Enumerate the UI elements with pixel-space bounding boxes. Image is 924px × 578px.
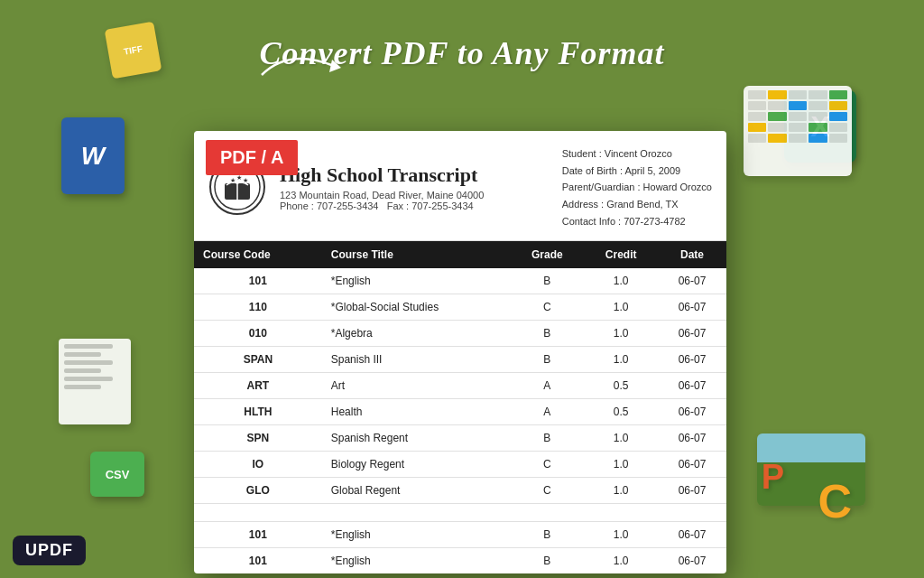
cal-cell (808, 123, 827, 132)
cell-title: *Global-Social Studies (322, 294, 511, 321)
svg-text:★: ★ (243, 177, 248, 183)
cal-cell (808, 90, 827, 99)
cal-cell (808, 112, 827, 121)
cell-title: Spanish Regent (322, 425, 511, 452)
updf-logo: UPDF (13, 536, 86, 565)
cell-date: 06-07 (658, 268, 726, 294)
cell-grade: C (510, 294, 584, 321)
cell-credit: 1.0 (584, 548, 658, 573)
cell-grade: B (510, 321, 584, 347)
cal-cell (768, 90, 786, 99)
cell-credit: 1.0 (584, 478, 658, 504)
cal-cell (789, 101, 807, 110)
calendar-grid (748, 90, 847, 143)
cal-cell (748, 90, 766, 99)
cell-title: *English (322, 268, 511, 294)
cell-date: 06-07 (658, 425, 726, 452)
table-row: GLO Global Regent C 1.0 06-07 (194, 478, 726, 504)
table-row: 101 *English B 1.0 06-07 (194, 548, 726, 573)
deco-line (64, 377, 113, 381)
cal-cell (789, 112, 807, 121)
cal-cell (829, 101, 847, 110)
cell-credit: 1.0 (584, 425, 658, 452)
tiff-badge: TIFF (105, 22, 162, 79)
deco-line (64, 352, 101, 357)
header-grade: Grade (510, 241, 584, 268)
document-title: High School Transcript (280, 163, 484, 187)
deco-line (64, 385, 101, 389)
cell-title: Global Regent (322, 478, 511, 504)
cell-date: 06-07 (658, 548, 726, 573)
cell-date: 06-07 (658, 478, 726, 504)
cell-title: Health (322, 399, 511, 425)
header-date: Date (658, 241, 726, 268)
table-row: 101 *English B 1.0 06-07 (194, 522, 726, 548)
cell-grade: C (510, 478, 584, 504)
cal-cell (748, 112, 766, 121)
cell-grade: A (510, 399, 584, 425)
cell-credit: 0.5 (584, 373, 658, 399)
cell-grade: C (510, 452, 584, 478)
student-info: Student : Vincent Orozco Date of Birth :… (562, 145, 712, 229)
school-address: 123 Mountain Road, Dead River, Maine 040… (280, 190, 484, 211)
cell-title: *Algebra (322, 321, 511, 347)
cell-code: SPAN (194, 347, 322, 373)
cal-cell (808, 134, 827, 143)
header-course-code: Course Code (194, 241, 322, 268)
document-title-area: High School Transcript 123 Mountain Road… (280, 163, 484, 211)
cal-cell (829, 134, 847, 143)
word-icon (61, 117, 125, 194)
svg-text:★: ★ (230, 177, 236, 183)
cell-grade: B (510, 347, 584, 373)
header-course-title: Course Title (322, 241, 511, 268)
c-icon: C (818, 474, 852, 528)
csv-badge: CSV (90, 452, 144, 497)
document-container: ★ ★ ★ High School Transcript 123 Mountai… (194, 131, 726, 573)
cal-cell (768, 134, 786, 143)
student-name: Student : Vincent Orozco (562, 145, 712, 163)
cell-code: 110 (194, 294, 322, 321)
cell-credit: 0.5 (584, 399, 658, 425)
cell-credit: 1.0 (584, 522, 658, 548)
fax-line: Fax : 707-255-3434 (387, 200, 474, 211)
table-row: HLTH Health A 0.5 06-07 (194, 399, 726, 425)
cell-date: 06-07 (658, 452, 726, 478)
cal-cell (789, 134, 807, 143)
svg-text:★: ★ (236, 174, 242, 181)
text-document-deco (59, 339, 131, 424)
phone-line: Phone : 707-255-3434 (280, 200, 378, 211)
cell-date: 06-07 (658, 522, 726, 548)
cell-code: 101 (194, 522, 322, 548)
table-header-row: Course Code Course Title Grade Credit Da… (194, 241, 726, 268)
cell-grade: A (510, 373, 584, 399)
cell-code: SPN (194, 425, 322, 452)
transcript-table: Course Code Course Title Grade Credit Da… (194, 241, 726, 573)
cell-code: IO (194, 452, 322, 478)
cell-date: 06-07 (658, 294, 726, 321)
cell-grade: B (510, 425, 584, 452)
cell-title: *English (322, 548, 511, 573)
calendar-deco (744, 86, 852, 176)
header-credit: Credit (584, 241, 658, 268)
cell-title: Biology Regent (322, 452, 511, 478)
cell-credit: 1.0 (584, 268, 658, 294)
table-row: SPAN Spanish III B 1.0 06-07 (194, 347, 726, 373)
cal-cell (829, 123, 847, 132)
cal-cell (748, 123, 766, 132)
contact-info: Contact Info : 707-273-4782 (562, 213, 712, 230)
table-row: 110 *Global-Social Studies C 1.0 06-07 (194, 294, 726, 321)
cal-cell (768, 101, 786, 110)
deco-line (64, 360, 113, 365)
cell-credit: 1.0 (584, 321, 658, 347)
cell-title: *English (322, 522, 511, 548)
cal-cell (768, 123, 786, 132)
cell-code: 101 (194, 268, 322, 294)
cell-credit: 1.0 (584, 347, 658, 373)
cell-code: ART (194, 373, 322, 399)
cal-cell (768, 112, 786, 121)
arrow-icon (253, 43, 361, 92)
deco-line (64, 368, 101, 373)
cell-credit: 1.0 (584, 452, 658, 478)
cal-cell (748, 101, 766, 110)
cell-code: 010 (194, 321, 322, 347)
